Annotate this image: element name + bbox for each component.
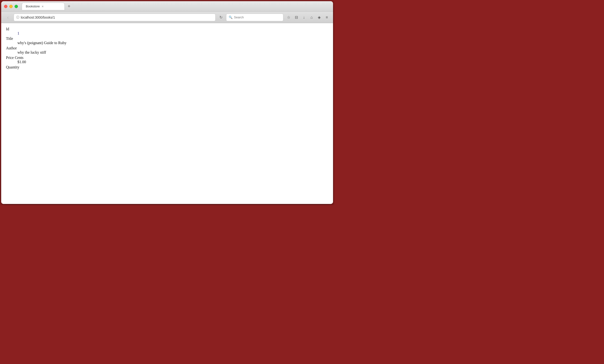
tab-label: Bookstore <box>26 5 40 8</box>
maximize-button[interactable] <box>14 5 18 8</box>
title-value: why's (poignant) Guide to Ruby <box>6 41 328 45</box>
browser-window: Bookstore × + ‹ ⓘ ↻ 🔍 ☆ ⊟ <box>1 1 333 204</box>
price-label: Price Cents <box>6 56 328 60</box>
id-field: Id 1 <box>6 27 328 36</box>
price-value: $1.00 <box>6 60 328 64</box>
home-icon: ⌂ <box>310 15 313 20</box>
download-icon: ↓ <box>303 15 305 20</box>
reload-icon: ↻ <box>219 15 223 20</box>
title-field: Title why's (poignant) Guide to Ruby <box>6 36 328 45</box>
active-tab[interactable]: Bookstore × <box>22 3 65 10</box>
home-button[interactable]: ⌂ <box>308 14 315 21</box>
back-icon: ‹ <box>7 14 9 20</box>
tab-close-button[interactable]: × <box>42 5 44 8</box>
reading-list-button[interactable]: ⊟ <box>293 14 300 21</box>
minimize-button[interactable] <box>9 5 13 8</box>
search-bar[interactable]: 🔍 <box>226 14 283 21</box>
tab-bar: Bookstore × + <box>22 3 330 10</box>
quantity-field: Quantity <box>6 65 328 69</box>
search-input[interactable] <box>234 15 281 19</box>
shield-icon: ◈ <box>318 15 321 20</box>
author-field: Author why the lucky stiff <box>6 46 328 55</box>
title-bar: Bookstore × + <box>1 1 333 12</box>
title-label: Title <box>6 36 328 41</box>
reload-button[interactable]: ↻ <box>217 14 224 21</box>
download-button[interactable]: ↓ <box>301 14 307 21</box>
info-icon: ⓘ <box>16 15 19 20</box>
address-bar[interactable]: ⓘ <box>14 14 215 21</box>
traffic-lights <box>4 5 18 8</box>
close-button[interactable] <box>4 5 7 8</box>
reading-list-icon: ⊟ <box>295 15 298 20</box>
bookmark-button[interactable]: ☆ <box>285 14 292 21</box>
bookmark-icon: ☆ <box>287 15 290 20</box>
url-input[interactable] <box>21 15 213 19</box>
author-label: Author <box>6 46 328 50</box>
quantity-label: Quantity <box>6 65 328 69</box>
author-value: why the lucky stiff <box>6 50 328 55</box>
page-content: Id 1 Title why's (poignant) Guide to Rub… <box>1 23 333 204</box>
back-button[interactable]: ‹ <box>4 14 12 21</box>
price-field: Price Cents $1.00 <box>6 56 328 64</box>
shield-button[interactable]: ◈ <box>316 14 323 21</box>
search-icon: 🔍 <box>229 15 233 19</box>
id-value: 1 <box>6 31 328 36</box>
id-label: Id <box>6 27 328 31</box>
menu-button[interactable]: ≡ <box>324 14 330 21</box>
new-tab-button[interactable]: + <box>66 3 72 10</box>
menu-icon: ≡ <box>326 15 328 20</box>
nav-bar: ‹ ⓘ ↻ 🔍 ☆ ⊟ ↓ ⌂ ◈ <box>1 12 333 23</box>
nav-actions: ☆ ⊟ ↓ ⌂ ◈ ≡ <box>285 14 330 21</box>
